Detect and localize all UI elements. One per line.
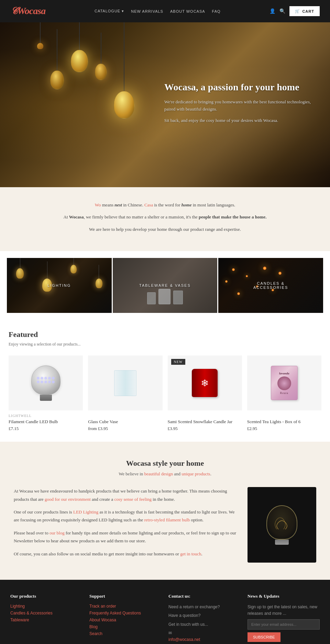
new-badge: NEW (171, 359, 186, 365)
footer-newsletter-form: SUBSCRIBE (248, 619, 320, 642)
good-env-link[interactable]: good for our environment (45, 497, 91, 502)
cart-label: CART (302, 9, 314, 13)
footer-newsletter: News & Updates Sign up to get the latest… (248, 594, 320, 644)
navbar: 𝒞Wocasa CATALOGUE ▾ NEW ARRIVALS ABOUT W… (0, 0, 330, 22)
nav-faq[interactable]: FAQ (212, 9, 221, 13)
product-glass-vase-image (88, 355, 162, 410)
footer-contact-title: Contact us: (168, 594, 241, 599)
logo[interactable]: 𝒞Wocasa (10, 5, 45, 17)
footer-our-products: Our products Lighting Candles & Accessor… (10, 594, 82, 644)
intro-means: means (101, 202, 115, 207)
product-candle-brand (168, 414, 242, 418)
footer-about-link[interactable]: About Wocasa (89, 618, 162, 622)
product-led-price: £7.15 (9, 426, 83, 431)
intro-wordfor: is the word for (153, 202, 182, 207)
nav-catalogue[interactable]: CATALOGUE ▾ (95, 9, 124, 13)
footer-contact-line1: Need a return or exchange? (168, 604, 241, 610)
footer-support: Support Track an order Frequently Asked … (89, 594, 162, 644)
style-para2: One of our core products lines is LED Li… (14, 508, 237, 524)
product-led-bulb-image (9, 355, 83, 410)
get-in-touch-link[interactable]: get in touch (180, 551, 201, 556)
footer-products-title: Our products (10, 594, 82, 599)
category-tableware[interactable]: TABLEWARE & VASES (113, 258, 218, 313)
product-tea-name: Scented Tea Lights - Box of 6 (247, 419, 321, 425)
product-vase-price: from £3.95 (88, 426, 162, 431)
intro-line2: At Wocasa, we firmly believe that no mat… (21, 213, 309, 221)
style-text: At Wocasa we have endeavoured to handpic… (14, 487, 237, 563)
category-tableware-label: TABLEWARE & VASES (139, 283, 191, 287)
newsletter-subscribe-button[interactable]: SUBSCRIBE (248, 632, 280, 642)
footer-contact-line2: Have a question? (168, 612, 241, 619)
hero-bulbs-decoration (0, 22, 172, 187)
product-led-name: Filament Candle LED Bulb (9, 419, 83, 425)
hero-section: Wocasa, a passion for your home We're de… (0, 22, 330, 187)
intro-line1: Wo means nest in Chinese. Casa is the wo… (21, 201, 309, 209)
newsletter-email-input[interactable] (248, 619, 320, 630)
snowflake-icon: ❄ (201, 377, 209, 389)
cosy-link[interactable]: cosy sense of feeling (114, 497, 152, 502)
footer-newsletter-title: News & Updates (248, 594, 320, 599)
style-title: Wocasa style your home (14, 459, 316, 468)
product-tea-lights[interactable]: lavanda Reura Scented Tea Lights - Box o… (247, 355, 321, 431)
category-lighting-label: LIGHTING (47, 283, 71, 287)
retro-bulb-link[interactable]: retro-styled filament bulb (144, 517, 190, 522)
cart-button[interactable]: 🛒 CART (289, 6, 320, 16)
footer-track-link[interactable]: Track an order (89, 604, 162, 609)
unique-products-link[interactable]: unique products (182, 471, 210, 476)
product-candle-jar[interactable]: NEW ❄ Sami Scented Snowflake Candle Jar … (168, 355, 242, 431)
hero-title: Wocasa, a passion for your home (164, 81, 313, 93)
nav-new-arrivals[interactable]: NEW ARRIVALS (131, 9, 163, 13)
intro-section: Wo means nest in Chinese. Casa is the wo… (0, 187, 330, 251)
product-led-bulb[interactable]: LIGHTWELL Filament Candle LED Bulb £7.15 (9, 355, 83, 431)
led-lighting-link[interactable]: LED Lighting (73, 509, 98, 515)
filament-bulb-image (248, 487, 316, 563)
product-tea-brand (247, 414, 321, 418)
product-vase-name: Glass Cube Vase (88, 419, 162, 425)
product-tea-price: £2.95 (247, 426, 321, 431)
footer-lighting-link[interactable]: Lighting (10, 604, 82, 609)
footer-faq-link[interactable]: Frequently Asked Questions (89, 611, 162, 615)
logo-o: 𝒞 (10, 5, 17, 16)
category-candles[interactable]: CANDLES & ACCESSORIES (218, 258, 323, 313)
style-content: At Wocasa we have endeavoured to handpic… (14, 487, 316, 563)
footer: Our products Lighting Candles & Accessor… (0, 580, 330, 644)
footer-email-link[interactable]: info@wocasa.net (168, 636, 241, 643)
intro-home: home (182, 202, 192, 207)
footer-search-link[interactable]: Search (89, 631, 162, 636)
product-glass-vase[interactable]: Glass Cube Vase from £3.95 (88, 355, 162, 431)
footer-email: ✉ info@wocasa.net (168, 630, 241, 643)
style-para3: Please head over to our blog for handy t… (14, 529, 237, 545)
footer-newsletter-text: Sign up to get the latest on sales, new … (248, 604, 320, 617)
footer-contact: Contact us: Need a return or exchange? H… (168, 594, 241, 644)
intro-line3: We are here to help you develop your hom… (21, 225, 309, 233)
product-candle-price: £3.95 (168, 426, 242, 431)
intro-suffix: in most latin languages. (191, 202, 235, 207)
hero-content: Wocasa, a passion for your home We're de… (164, 81, 313, 128)
nav-icons: 👤 🔍 🛒 CART (270, 6, 320, 16)
user-icon[interactable]: 👤 (270, 8, 275, 14)
intro-mid: in Chinese. (122, 202, 144, 207)
category-lighting[interactable]: LIGHTING (7, 258, 112, 313)
product-candle-jar-image: NEW ❄ (168, 355, 242, 410)
footer-candles-link[interactable]: Candles & Accessories (10, 611, 82, 615)
beautiful-design-link[interactable]: beautiful design (144, 471, 173, 476)
intro-wocasa-bold: Wocasa (69, 214, 84, 219)
product-vase-brand (88, 414, 162, 418)
search-icon[interactable]: 🔍 (279, 8, 285, 14)
featured-section: Featured Enjoy viewing a selection of ou… (0, 320, 330, 442)
footer-tableware-link[interactable]: Tableware (10, 618, 82, 622)
blog-link[interactable]: our blog (50, 530, 65, 535)
category-grid: LIGHTING TABLEWARE & VASES CANDLES & ACC… (0, 251, 330, 320)
nav-links: CATALOGUE ▾ NEW ARRIVALS ABOUT WOCASA FA… (95, 9, 221, 13)
intro-wo: Wo (95, 202, 101, 207)
product-candle-name: Sami Scented Snowflake Candle Jar (168, 419, 242, 425)
product-led-brand: LIGHTWELL (9, 414, 83, 418)
style-intro: We believe in beautiful design and uniqu… (14, 471, 316, 477)
nav-about[interactable]: ABOUT WOCASA (170, 9, 205, 13)
products-grid: LIGHTWELL Filament Candle LED Bulb £7.15… (9, 355, 321, 431)
intro-people-bold: people that make the house a home. (199, 214, 267, 219)
product-tea-lights-image: lavanda Reura (247, 355, 321, 410)
style-section: Wocasa style your home We believe in bea… (0, 442, 330, 580)
footer-blog-link[interactable]: Blog (89, 624, 162, 629)
category-candles-label: CANDLES & ACCESSORIES (245, 281, 297, 290)
